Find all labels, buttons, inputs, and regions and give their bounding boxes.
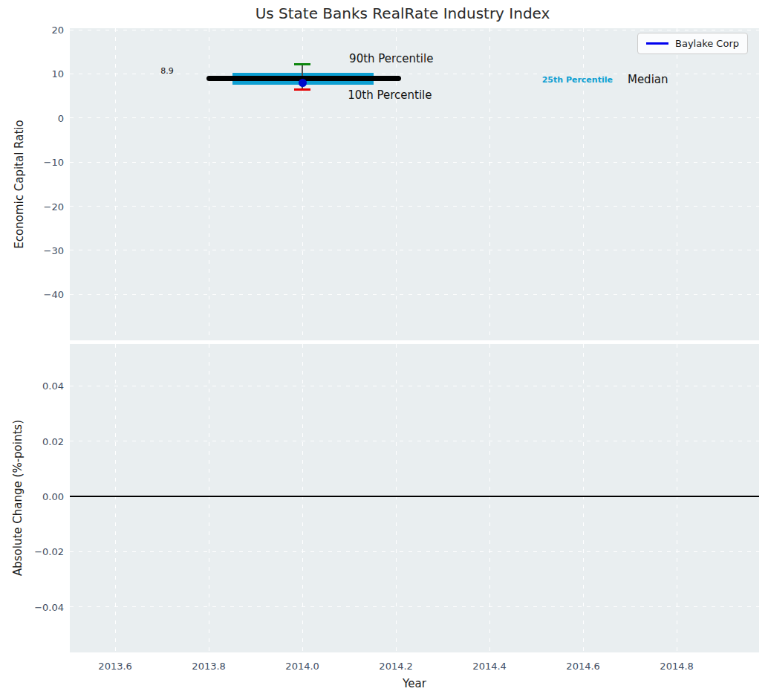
gridline-horizontal [70,294,759,295]
gridline-horizontal [70,606,759,607]
top-y-axis-label: Economic Capital Ratio [13,120,26,248]
y-tick-label: −0.02 [0,546,64,557]
y-tick-label: 0 [0,112,64,123]
x-tick-label: 2014.4 [472,661,507,672]
legend-label: Baylake Corp [675,38,739,49]
percentile-errorbar-cap-high [294,63,310,65]
y-tick-label: −20 [0,201,64,212]
annotation-text: 8.9 [160,65,174,75]
gridline-horizontal [70,206,759,207]
y-tick-label: 0.00 [0,490,64,502]
gridline-horizontal [70,117,759,118]
annotation-text: 25th Percentile [542,74,613,84]
x-tick-label: 2013.8 [192,661,226,672]
bottom-axes-absolute-change [70,344,759,652]
y-tick-label: 20 [0,25,64,36]
chart-title: Us State Banks RealRate Industry Index [256,4,550,22]
gridline-horizontal [70,250,759,250]
percentile-errorbar-cap-low [294,88,310,91]
top-axes-economic-capital-ratio: 8.990th Percentile10th Percentile25th Pe… [70,28,759,340]
y-tick-label: −0.04 [0,601,64,612]
y-tick-label: −10 [0,157,64,168]
y-tick-label: 0.02 [0,435,64,447]
figure: Us State Banks RealRate Industry Index 8… [0,0,768,700]
x-tick-label: 2014.2 [379,661,413,672]
annotation-text: 10th Percentile [348,88,432,102]
x-axis-label: Year [70,677,759,690]
x-tick-label: 2014.8 [660,661,694,672]
gridline-horizontal [70,441,759,441]
y-tick-label: −30 [0,244,64,256]
y-tick-label: 0.04 [0,380,64,392]
legend: Baylake Corp [637,33,748,54]
annotation-text: 90th Percentile [349,52,433,65]
x-tick-label: 2013.6 [98,661,132,672]
zero-line [70,496,759,497]
y-tick-label: −40 [0,289,64,300]
x-tick-label: 2014.0 [285,661,319,672]
gridline-horizontal [70,162,759,163]
y-tick-label: 10 [0,68,64,80]
gridline-horizontal [70,551,759,552]
annotation-text: Median [628,73,668,86]
gridline-horizontal [70,386,759,386]
baylake-corp-point [299,79,307,87]
x-tick-label: 2014.6 [566,661,600,672]
gridline-horizontal [70,30,759,30]
legend-line-icon [646,42,668,45]
